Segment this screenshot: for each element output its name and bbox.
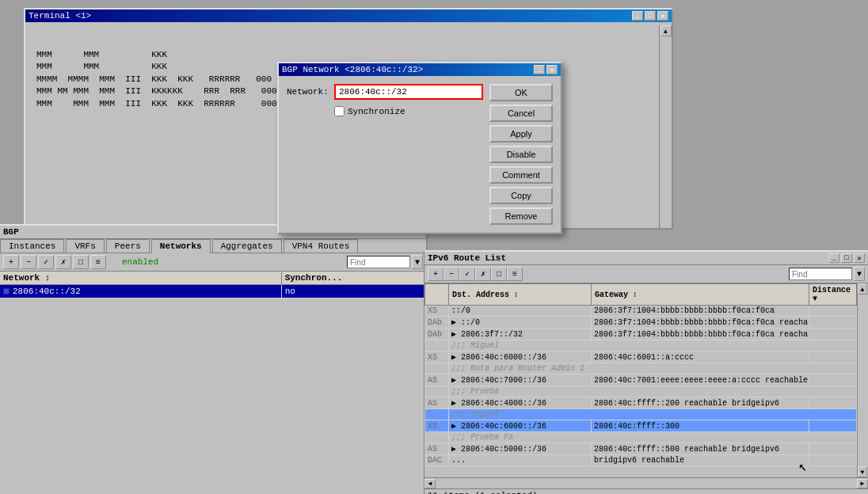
cell-type: AS [425,397,449,409]
cell-dst: ▶ 2806:3f7::/32 [449,329,592,340]
cell-distance [809,420,857,432]
ipv6-close-button[interactable]: ✕ [854,253,865,263]
x-button[interactable]: ✗ [55,255,71,269]
apply-button[interactable]: Apply [489,125,553,142]
ipv6-minimize-button[interactable]: _ [828,253,839,263]
cell-type: DAb [425,329,449,340]
scroll-track [858,294,868,466]
comment-button[interactable]: Comment [489,166,553,184]
cell-gateway: 2806:40c:ffff::200 reachable bridgeipv6 [592,397,809,409]
scroll-up[interactable]: ▲ [858,283,867,294]
cell-type: DAC [425,455,449,466]
tab-peers[interactable]: Peers [106,239,150,253]
table-row[interactable]: AS ▶ 2806:40c:4000::/36 2806:40c:ffff::2… [425,397,857,409]
minimize-button[interactable]: _ [632,11,643,21]
cancel-button[interactable]: Cancel [489,104,553,122]
copy-button[interactable]: Copy [489,187,553,204]
terminal-window-controls: _ □ ✕ [632,11,668,21]
tab-vrfs[interactable]: VRFs [66,239,104,253]
bgp-dropdown-arrow[interactable]: ▼ [412,255,423,269]
term-line-1: MMM MMM KKK [36,49,661,61]
ipv6-window-controls: _ □ ✕ [828,253,865,263]
table-row[interactable]: AS ▶ 2806:40c:5000::/36 2806:40c:ffff::5… [425,443,857,455]
cell-comment: ;;; Ruta para Router Admin 1 [449,363,857,374]
close-button[interactable]: ✕ [657,11,668,21]
network-label: Network: [287,87,334,97]
scroll-down[interactable]: ▼ [858,466,867,477]
maximize-button[interactable]: □ [645,11,656,21]
ipv6-remove-button[interactable]: − [444,267,459,281]
cell-gateway: 2806:40c:ffff::500 reachable bridgeipv6 [592,443,809,455]
add-button[interactable]: + [3,255,19,269]
scroll-up-arrow[interactable]: ▲ [661,25,672,36]
box-button[interactable]: □ [73,255,89,269]
ipv6-check-button[interactable]: ✓ [459,267,475,281]
cell-comment: ;;; Miguel [449,409,857,420]
ipv6-maximize-button[interactable]: □ [841,253,852,263]
ipv6-toolbar: + − ✓ ✗ □ ≡ ▼ [424,265,868,283]
ipv6-filter-button[interactable]: ≡ [507,267,523,281]
tab-instances[interactable]: Instances [0,239,64,253]
ipv6-add-button[interactable]: + [428,267,444,281]
cell-gateway: 2806:3f7:1004:bbbb:bbbb:bbbb:f0ca:f0ca [592,306,809,317]
network-input[interactable] [334,84,483,100]
dialog-close-button[interactable]: ✕ [546,65,558,74]
hscroll-left[interactable]: ◀ [424,479,436,488]
table-row-comment: ;;; Miguel [425,340,857,352]
table-row[interactable]: XS ▶ 2806:40c:6000::/36 2806:40c:6001::a… [425,352,857,363]
header-gateway[interactable]: Gateway ↕ [592,284,809,306]
ipv6-find-input[interactable] [789,268,852,280]
cell-type: XS [425,352,449,363]
cell-type: AS [425,443,449,455]
ipv6-vscrollbar[interactable]: ▲ ▼ [857,283,868,477]
table-row[interactable]: DAb ▶ 2806:3f7::/32 2806:3f7:1004:bbbb:b… [425,329,857,340]
bgp-find-input[interactable] [347,256,410,268]
dialog-minimize-button[interactable]: _ [534,65,545,74]
table-row-comment-selected: ;;; Miguel [425,409,857,420]
dialog-title: BGP Network <2806:40c::/32> [282,65,423,74]
header-network[interactable]: Network ↕ [0,272,282,284]
ipv6-dropdown-arrow[interactable]: ▼ [854,267,865,281]
filter-button[interactable]: ≡ [90,255,106,269]
cell-gateway: 2806:3f7:1004:bbbb:bbbb:bbbb:f0ca:f0ca r… [592,329,809,340]
tab-networks[interactable]: Networks [151,239,211,253]
cell-comment: ;;; Prueba Fa [449,432,857,443]
tab-aggregates[interactable]: Aggregates [212,239,282,253]
ok-button[interactable]: OK [489,84,553,101]
ipv6-box-button[interactable]: □ [491,267,507,281]
cell-type [425,386,449,397]
table-row[interactable]: DAb ▶ ::/0 2806:3f7:1004:bbbb:bbbb:bbbb:… [425,317,857,329]
header-synchronize[interactable]: Synchron... [282,272,426,284]
header-type[interactable] [425,284,449,306]
header-distance[interactable]: Distance ▼ [809,284,857,306]
synchronize-label: Synchronize [348,107,405,116]
cell-type [425,409,449,420]
table-row[interactable]: XS ::/0 2806:3f7:1004:bbbb:bbbb:bbbb:f0c… [425,306,857,317]
cell-comment: ;;; Miguel [449,340,857,352]
tab-vpn4-routes[interactable]: VPN4 Routes [284,239,359,253]
ipv6-status-bar: 11 items (1 selected) [424,488,868,494]
header-dst-address[interactable]: Dst. Address ↕ [449,284,592,306]
bgp-network-dialog: BGP Network <2806:40c::/32> _ ✕ Network:… [277,62,562,234]
table-row[interactable]: 2806:40c::/32 no [0,285,426,298]
table-row-comment: ;;; Prueba [425,386,857,397]
terminal-title: Terminal <1> [29,11,91,21]
hscroll-right[interactable]: ▶ [857,479,868,488]
terminal-scrollbar[interactable]: ▲ [659,25,672,225]
remove-button[interactable]: Remove [489,207,553,225]
ipv6-hscrollbar[interactable]: ◀ ▶ [424,477,868,488]
ipv6-panel-titlebar: IPv6 Route List _ □ ✕ [424,252,868,265]
table-row[interactable]: DAC ... bridgipv6 reachable [425,455,857,466]
bgp-table-header: Network ↕ Synchron... [0,272,426,285]
remove-button-tb[interactable]: − [21,255,36,269]
table-row-comment: ;;; Prueba Fa [425,432,857,443]
table-row-selected[interactable]: XS ▶ 2806:40c:6000::/36 2806:40c:ffff::3… [425,420,857,432]
check-button[interactable]: ✓ [38,255,54,269]
disable-button[interactable]: Disable [489,146,553,163]
ipv6-table-header: Dst. Address ↕ Gateway ↕ Distance ▼ [425,284,857,306]
ipv6-x-button[interactable]: ✗ [475,267,491,281]
table-row[interactable]: AS ▶ 2806:40c:7000::/36 2806:40c:7001:ee… [425,374,857,386]
cell-dst: ▶ 2806:40c:4000::/36 [449,397,592,409]
cell-gateway: 2806:40c:7001:eeee:eeee:eeee:a:cccc reac… [592,374,809,386]
synchronize-checkbox[interactable] [334,106,345,116]
